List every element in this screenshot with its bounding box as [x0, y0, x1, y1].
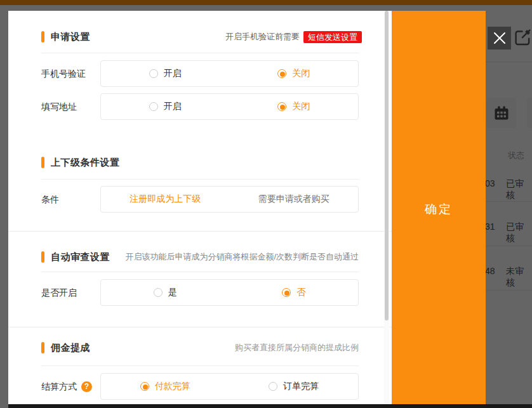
note-text: 开启手机验证前需要 — [225, 31, 300, 43]
section-application-settings: 申请设置 — [41, 30, 90, 43]
section-title: 申请设置 — [51, 31, 90, 43]
radio-option-on[interactable]: 开启 — [101, 101, 230, 112]
section-marker-icon — [41, 31, 44, 43]
note-text: 购买者直接所属分销商的提成比例 — [235, 342, 359, 353]
radio-unselected-icon — [149, 69, 158, 78]
radio-option-off[interactable]: 关闭 — [230, 101, 359, 112]
radio-selected-icon — [140, 382, 149, 391]
radio-option-order-settle[interactable]: 订单完算 — [230, 381, 359, 392]
confirm-button[interactable]: 确定 — [392, 11, 486, 408]
screen: 状态 :03 已审核 :31 已审核 :48 未审核 申请设置 开启手机验证前需… — [0, 0, 532, 408]
radio-group-phone-verify: 开启 关闭 — [100, 60, 359, 87]
sms-settings-badge[interactable]: 短信发送设置 — [303, 31, 362, 43]
radio-option-yes[interactable]: 是 — [101, 287, 230, 298]
radio-option-pay-settle[interactable]: 付款完算 — [101, 381, 230, 392]
section-auto-review: 自动审查设置 — [41, 251, 110, 263]
radio-option-on[interactable]: 开启 — [101, 68, 230, 79]
field-label: 手机号验证 — [41, 60, 86, 87]
field-label: 条件 — [41, 186, 59, 213]
divider — [41, 272, 359, 272]
radio-unselected-icon — [154, 288, 163, 297]
section-note: 开启该功能后申请成为分销商将根据金额/次数判断是否自动通过 — [125, 251, 359, 263]
radio-group-fill-address: 开启 关闭 — [100, 93, 359, 120]
radio-unselected-icon — [149, 102, 158, 111]
section-divider — [8, 231, 392, 232]
section-title: 上下级条件设置 — [51, 157, 120, 169]
radio-unselected-icon — [269, 382, 277, 391]
radio-selected-icon — [282, 288, 291, 297]
section-marker-icon — [41, 342, 44, 353]
section-hierarchy-condition: 上下级条件设置 — [41, 156, 120, 169]
radio-group-auto-review: 是 否 — [100, 279, 359, 306]
toggle-option-apply-or-buy[interactable]: 需要申请或者购买 — [230, 194, 359, 205]
section-marker-icon — [41, 251, 44, 263]
divider — [41, 365, 359, 366]
radio-option-no[interactable]: 否 — [230, 287, 359, 298]
section-note: 开启手机验证前需要 短信发送设置 — [225, 30, 362, 43]
field-label: 是否开启 — [41, 279, 77, 306]
divider — [41, 179, 359, 180]
close-icon — [493, 31, 507, 45]
modal-scrollbar[interactable] — [384, 11, 389, 404]
settings-modal: 申请设置 开启手机验证前需要 短信发送设置 手机号验证 开启 关闭 填写地址 开… — [8, 11, 392, 404]
scrollbar-thumb[interactable] — [385, 11, 389, 320]
note-text: 开启该功能后申请成为分销商将根据金额/次数判断是否自动通过 — [125, 251, 359, 263]
section-title: 佣金提成 — [51, 342, 90, 354]
bottom-bar — [8, 404, 532, 408]
section-note: 购买者直接所属分销商的提成比例 — [235, 341, 359, 354]
radio-option-off[interactable]: 关闭 — [230, 68, 359, 79]
section-commission: 佣金提成 — [41, 341, 90, 354]
toggle-option-register[interactable]: 注册即成为上下级 — [101, 194, 230, 205]
radio-selected-icon — [277, 69, 286, 78]
help-icon[interactable]: ? — [81, 381, 92, 392]
condition-toggle-group: 注册即成为上下级 需要申请或者购买 — [100, 186, 359, 213]
field-label: 填写地址 — [41, 93, 77, 120]
section-divider — [8, 327, 392, 327]
section-title: 自动审查设置 — [51, 251, 110, 263]
close-button[interactable] — [488, 27, 511, 49]
radio-group-settlement: 付款完算 订单完算 — [100, 373, 359, 400]
divider — [41, 53, 359, 53]
field-label: 结算方式 ? — [41, 373, 92, 400]
section-marker-icon — [41, 157, 44, 168]
radio-selected-icon — [277, 102, 286, 111]
